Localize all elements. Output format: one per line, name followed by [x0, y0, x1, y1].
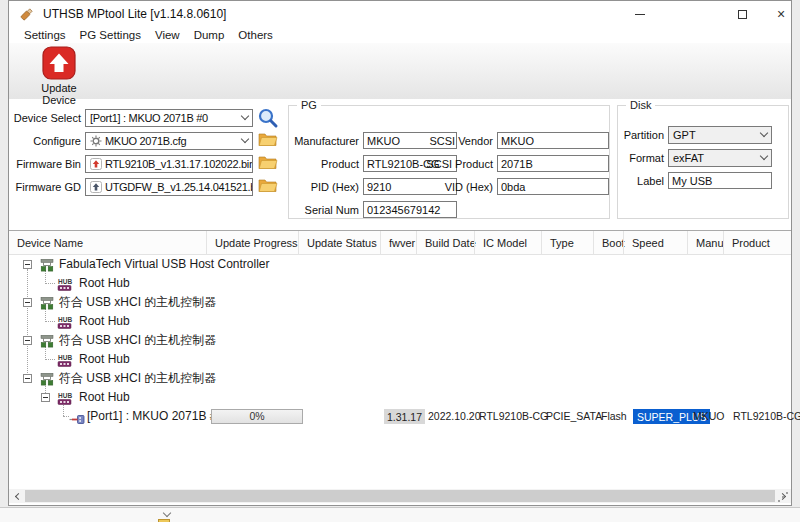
firmware-gd-file-icon	[90, 181, 102, 193]
browse-firmware-gd-button[interactable]	[258, 177, 278, 197]
device-row-port1[interactable]: [Port1] : MKUO 2071B #0 0% 1.31.17 2022.…	[9, 407, 791, 426]
ic-model-cell: RTL9210B-CG	[479, 407, 548, 426]
window-title: UTHSB MPtool Lite [v1.14.8.0610]	[43, 7, 226, 21]
maximize-button[interactable]	[733, 6, 751, 22]
tree-row-label: 符合 USB xHCI 的主机控制器	[59, 331, 216, 350]
column-product[interactable]: Product	[723, 231, 791, 255]
update-device-label: Update Device	[23, 82, 95, 106]
tree-row-host-controller[interactable]: 符合 USB xHCI 的主机控制器	[9, 369, 791, 388]
device-select-label: Device Select	[13, 112, 81, 124]
menu-settings[interactable]: Settings	[17, 29, 73, 41]
minimize-button[interactable]	[631, 6, 649, 22]
column-boot[interactable]: Boot	[593, 231, 623, 255]
serial-num-field[interactable]	[363, 201, 457, 218]
folder-icon	[258, 177, 278, 193]
column-fwver[interactable]: fwver	[380, 231, 416, 255]
search-device-button[interactable]	[257, 107, 279, 133]
resize-grip[interactable]	[778, 500, 780, 502]
format-combobox[interactable]: exFAT	[668, 149, 772, 167]
manu-cell: MKUO	[693, 407, 725, 426]
column-speed[interactable]: Speed	[623, 231, 687, 255]
gear-icon	[90, 135, 102, 147]
pid-label: PID (Hex)	[289, 181, 359, 193]
chevron-down-icon	[760, 128, 768, 136]
chevron-down-icon	[760, 151, 768, 159]
update-device-button[interactable]: Update Device	[23, 46, 95, 106]
browse-firmware-bin-button[interactable]	[258, 154, 278, 174]
scsi-product-label: SCSI Product	[419, 158, 493, 170]
collapse-icon[interactable]	[41, 393, 50, 402]
tree-row-root-hub[interactable]: HUB Root Hub	[9, 274, 791, 293]
device-select-row: Device Select [Port1] : MKUO 2071B #0	[13, 109, 253, 127]
menu-dump[interactable]: Dump	[187, 29, 232, 41]
tree-row-root-hub[interactable]: HUB Root Hub	[9, 312, 791, 331]
partition-label: Partition	[618, 129, 664, 141]
collapse-icon[interactable]	[23, 374, 32, 383]
column-device-name[interactable]: Device Name	[9, 231, 206, 255]
app-icon	[19, 6, 35, 22]
collapse-icon[interactable]	[23, 260, 32, 269]
menu-view[interactable]: View	[148, 29, 187, 41]
close-button[interactable]: ×	[772, 6, 790, 22]
titlebar: UTHSB MPtool Lite [v1.14.8.0610] ×	[9, 1, 791, 27]
column-type[interactable]: Type	[541, 231, 593, 255]
column-manu[interactable]: Manu	[687, 231, 723, 255]
configure-combobox[interactable]: MKUO 2071B.cfg	[85, 132, 253, 150]
configure-row: Configure MKUO 2071B.cfg	[13, 132, 253, 150]
firmware-gd-value: UTGDFW_B_v1.25.14.041521.bin	[105, 181, 253, 193]
menu-others[interactable]: Others	[231, 29, 280, 41]
scsi-product-field[interactable]	[497, 155, 609, 172]
folder-icon	[258, 131, 278, 147]
collapse-icon[interactable]	[23, 336, 32, 345]
tree-row-label: FabulaTech Virtual USB Host Controller	[59, 255, 270, 274]
partition-combobox[interactable]: GPT	[668, 126, 772, 144]
column-update-status[interactable]: Update Status	[298, 231, 380, 255]
tree-row-label: Root Hub	[79, 388, 130, 407]
manufacturer-label: Manufacturer	[289, 135, 359, 147]
tree-row-root-hub[interactable]: HUB Root Hub	[9, 350, 791, 369]
firmware-bin-row: Firmware Bin RTL9210B_v1.31.17.102022.bi…	[13, 155, 253, 173]
collapse-icon[interactable]	[23, 298, 32, 307]
column-update-progress[interactable]: Update Progress	[206, 231, 298, 255]
format-label: Format	[618, 152, 664, 164]
svg-text:HUB: HUB	[58, 392, 72, 399]
scroll-left-button[interactable]	[9, 489, 25, 503]
browse-configure-button[interactable]	[258, 131, 278, 151]
scrollbar-thumb[interactable]	[25, 490, 775, 502]
partition-value: GPT	[673, 129, 696, 141]
format-value: exFAT	[673, 152, 704, 164]
boot-cell: Flash	[601, 407, 627, 426]
pg-groupbox: PG Manufacturer Product PID (Hex) Serial…	[288, 105, 610, 219]
disk-legend: Disk	[626, 99, 655, 111]
configure-value: MKUO 2071B.cfg	[105, 135, 186, 147]
device-tree: FabulaTech Virtual USB Host Controller H…	[9, 255, 791, 427]
column-build-date[interactable]: Build Date	[416, 231, 474, 255]
column-ic-model[interactable]: IC Model	[474, 231, 541, 255]
horizontal-scrollbar[interactable]	[9, 489, 791, 503]
firmware-bin-combobox[interactable]: RTL9210B_v1.31.17.102022.bin	[85, 155, 253, 173]
firmware-gd-label: Firmware GD	[13, 181, 81, 193]
tree-row-label: Root Hub	[79, 274, 130, 293]
tree-row-label: Root Hub	[79, 312, 130, 331]
device-row-name: [Port1] : MKUO 2071B #0	[87, 407, 223, 426]
volume-label-field[interactable]	[668, 172, 772, 189]
app-window: UTHSB MPtool Lite [v1.14.8.0610] × Setti…	[8, 0, 792, 506]
firmware-gd-combobox[interactable]: UTGDFW_B_v1.25.14.041521.bin	[85, 178, 253, 196]
tree-row-host-controller[interactable]: 符合 USB xHCI 的主机控制器	[9, 293, 791, 312]
configure-label: Configure	[13, 135, 81, 147]
tree-row-host-controller[interactable]: 符合 USB xHCI 的主机控制器	[9, 331, 791, 350]
scsi-vendor-field[interactable]	[497, 132, 609, 149]
device-select-combobox[interactable]: [Port1] : MKUO 2071B #0	[85, 109, 253, 127]
tree-row-root-hub[interactable]: HUB Root Hub	[9, 388, 791, 407]
tree-row-label: Root Hub	[79, 350, 130, 369]
menubar: Settings PG Settings View Dump Others	[9, 27, 791, 43]
update-progress-bar: 0%	[211, 409, 303, 424]
volume-label-label: Label	[618, 175, 664, 187]
pg-legend: PG	[297, 99, 321, 111]
device-select-value: [Port1] : MKUO 2071B #0	[90, 112, 208, 124]
tree-row-host-controller[interactable]: FabulaTech Virtual USB Host Controller	[9, 255, 791, 274]
close-icon: ×	[777, 7, 785, 21]
menu-pg-settings[interactable]: PG Settings	[73, 29, 148, 41]
vid-field[interactable]	[497, 178, 609, 195]
search-icon	[257, 107, 279, 129]
